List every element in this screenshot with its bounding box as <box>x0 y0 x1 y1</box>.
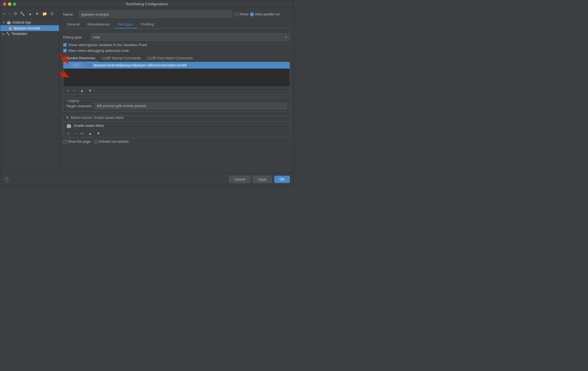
apply-button[interactable]: Apply <box>253 176 272 183</box>
folder-button[interactable]: 📁 <box>41 11 48 16</box>
bottom-options: Show this page Activate tool window <box>63 140 290 144</box>
sidebar-item-android-app[interactable]: ▼ 🤖 Android App <box>0 19 59 25</box>
name-row: Name: Share Allow parallel run <box>63 11 290 18</box>
before-launch-toolbar: + − ✏ ▲ ▼ <box>63 130 290 137</box>
static-vars-label: Show static/global variables in the Vari… <box>68 43 147 47</box>
main-window: Run/Debug Configurations + − ⧉ 🔧 ▲ ▼ 📁 ⇅… <box>0 0 294 186</box>
show-page-option[interactable]: Show this page <box>63 140 90 144</box>
debug-type-select[interactable]: Auto ▼ <box>91 33 290 41</box>
before-launch-item: 🤖 Gradle-aware Make <box>63 122 290 130</box>
android-icon: 🤖 <box>7 20 11 24</box>
symbol-dir-list: /ijkplayer/android/ijkplayer/ijkplayer-x… <box>63 62 290 87</box>
tab-miscellaneous[interactable]: Miscellaneous <box>83 21 114 29</box>
before-launch-section: ▼ Before launch: Gradle-aware Make 🤖 Gra… <box>63 116 290 137</box>
sort-button[interactable]: ⇅ <box>49 11 55 16</box>
traffic-lights <box>3 2 16 6</box>
footer-left: ? <box>4 177 10 182</box>
name-input[interactable] <box>79 11 232 18</box>
share-label: Share <box>240 12 248 16</box>
move-up-button[interactable]: ▲ <box>27 11 33 16</box>
footer-right: Cancel Apply OK <box>229 176 290 183</box>
activate-tool-option[interactable]: Activate tool window <box>94 140 129 144</box>
copy-config-button[interactable]: ⧉ <box>13 11 18 16</box>
share-checkbox-label[interactable]: Share <box>235 12 248 16</box>
path-suffix: /ijkplayer/android/ijkplayer/ijkplayer-x… <box>93 63 187 67</box>
subtab-lldb-startup[interactable]: LLDB Startup Commands <box>99 55 144 62</box>
list-remove-button[interactable]: − <box>72 88 77 93</box>
expand-caret: ▼ <box>2 21 5 24</box>
debugger-content: Debug type: Auto ▼ Show static/global va… <box>63 31 290 145</box>
before-launch-item-label: Gradle-aware Make <box>74 124 104 128</box>
debug-type-row: Debug type: Auto ▼ <box>63 33 290 41</box>
title-bar: Run/Debug Configurations <box>0 0 294 8</box>
logging-section: Logging Target channels: <box>63 97 290 112</box>
dir-list-item[interactable]: /ijkplayer/android/ijkplayer/ijkplayer-x… <box>63 62 290 69</box>
sidebar-templates-label: Templates <box>12 32 27 36</box>
sidebar-group-label: Android App <box>12 21 31 24</box>
before-up-button[interactable]: ▲ <box>86 131 94 136</box>
template-caret: ▶ <box>2 32 5 35</box>
tab-general[interactable]: General <box>63 21 83 29</box>
before-remove-button[interactable]: − <box>72 131 78 136</box>
main-tabs: General Miscellaneous Debugger Profiling <box>63 21 290 29</box>
remove-config-button[interactable]: − <box>7 11 12 16</box>
right-panel: Name: Share Allow parallel run General M… <box>59 8 294 173</box>
sidebar: + − ⧉ 🔧 ▲ ▼ 📁 ⇅ ▼ 🤖 Android App 🤖 ijkpla… <box>0 8 59 173</box>
warn-optimized-checkbox[interactable] <box>63 49 67 52</box>
debug-type-label: Debug type: <box>63 35 88 39</box>
wrench-button[interactable]: 🔧 <box>19 11 26 16</box>
sidebar-item-label: ijkplayer-example <box>14 26 40 30</box>
list-add-button[interactable]: + <box>65 88 71 93</box>
main-content: + − ⧉ 🔧 ▲ ▼ 📁 ⇅ ▼ 🤖 Android App 🤖 ijkpla… <box>0 8 294 173</box>
tab-debugger[interactable]: Debugger <box>114 21 137 29</box>
checkbox-warn-optimized: Warn when debugging optimized code <box>63 49 290 53</box>
tab-profiling[interactable]: Profiling <box>137 21 158 29</box>
ok-button[interactable]: OK <box>274 176 290 183</box>
collapse-caret-icon: ▼ <box>66 116 69 120</box>
static-vars-checkbox[interactable] <box>63 43 67 47</box>
sidebar-item-ijkplayer[interactable]: 🤖 ijkplayer-example <box>0 25 59 31</box>
cancel-button[interactable]: Cancel <box>229 176 250 183</box>
share-area: Share Allow parallel run <box>235 12 290 16</box>
before-launch-header: ▼ Before launch: Gradle-aware Make <box>63 116 290 122</box>
sub-tabs: Symbol Directories LLDB Startup Commands… <box>63 55 290 62</box>
warn-optimized-label: Warn when debugging optimized code <box>68 49 129 53</box>
footer: ? Cancel Apply OK <box>0 173 294 185</box>
allow-parallel-checkbox[interactable] <box>250 13 254 16</box>
before-edit-button[interactable]: ✏ <box>79 131 85 136</box>
target-channels-input[interactable] <box>94 103 287 109</box>
window-title: Run/Debug Configurations <box>126 2 168 6</box>
name-label: Name: <box>63 12 76 16</box>
before-add-button[interactable]: + <box>66 131 71 136</box>
show-page-label: Show this page <box>68 140 90 144</box>
subtab-symbol-dirs[interactable]: Symbol Directories <box>63 55 99 62</box>
logging-row: Target channels: <box>66 103 287 109</box>
minimize-button[interactable] <box>8 2 11 6</box>
list-down-button[interactable]: ▼ <box>86 88 94 93</box>
android-app-icon: 🤖 <box>8 26 12 30</box>
logging-legend: Logging <box>66 99 80 103</box>
activate-tool-checkbox[interactable] <box>94 140 98 144</box>
activate-tool-label: Activate tool window <box>99 140 129 144</box>
target-channels-label: Target channels: <box>66 104 92 108</box>
allow-parallel-label[interactable]: Allow parallel run <box>250 12 280 16</box>
close-button[interactable] <box>3 2 6 6</box>
help-button[interactable]: ? <box>4 177 10 182</box>
add-config-button[interactable]: + <box>2 11 6 16</box>
path-prefix-blurred <box>66 63 91 67</box>
maximize-button[interactable] <box>13 2 16 6</box>
checkbox-static-vars: Show static/global variables in the Vari… <box>63 43 290 47</box>
before-down-button[interactable]: ▼ <box>95 131 102 136</box>
allow-parallel-text: Allow parallel run <box>255 12 280 16</box>
list-up-button[interactable]: ▲ <box>78 88 85 93</box>
symbol-dir-container: /ijkplayer/android/ijkplayer/ijkplayer-x… <box>63 62 290 95</box>
share-checkbox-box[interactable] <box>235 13 239 16</box>
android-app-group: ▼ 🤖 Android App 🤖 ijkplayer-example ▶ 🔧 … <box>0 19 59 37</box>
sidebar-item-templates[interactable]: ▶ 🔧 Templates <box>0 31 59 36</box>
subtab-lldb-post[interactable]: LLDB Post Attach Commands <box>144 55 196 62</box>
sidebar-toolbar: + − ⧉ 🔧 ▲ ▼ 📁 ⇅ <box>0 10 59 18</box>
move-down-button[interactable]: ▼ <box>34 11 40 16</box>
show-page-checkbox[interactable] <box>63 140 67 144</box>
debug-type-value: Auto <box>93 35 100 39</box>
select-caret-icon: ▼ <box>285 35 288 39</box>
